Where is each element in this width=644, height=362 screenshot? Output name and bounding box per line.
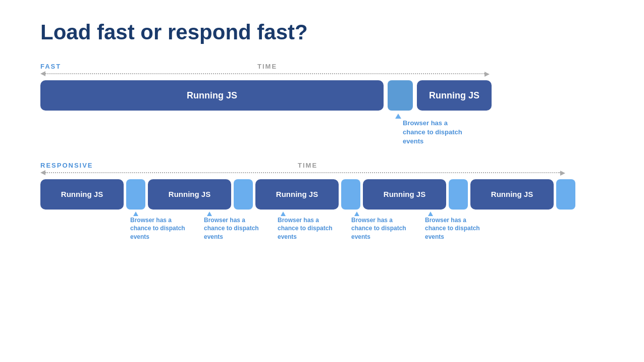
fast-annotation-container: Browser has a chance to dispatch events <box>40 114 604 146</box>
resp-ann-text-4: Browser has a chance to dispatch events <box>351 216 412 241</box>
resp-ann-arrow-icon-3 <box>281 212 286 216</box>
resp-ann-arrow-icon-1 <box>133 212 138 216</box>
responsive-time-label: TIME <box>298 162 317 169</box>
resp-gap-3 <box>341 179 360 210</box>
resp-ann-label-4: Browser has a chance to dispatch events <box>351 216 412 241</box>
fast-running-js-small: Running JS <box>417 80 492 111</box>
fast-time-label: TIME <box>257 63 277 70</box>
responsive-section: RESPONSIVE TIME Running JS Running JS Ru… <box>40 162 604 241</box>
responsive-arrow-left-icon <box>40 170 45 175</box>
resp-running-js-2: Running JS <box>148 179 231 210</box>
fast-timeline-arrow <box>40 71 604 76</box>
fast-arrow-left-icon <box>40 71 45 76</box>
resp-ann-label-3: Browser has a chance to dispatch events <box>278 216 338 241</box>
fast-section: FAST TIME Running JS Running JS Browser … <box>40 63 604 146</box>
resp-ann-text-2: Browser has a chance to dispatch events <box>204 216 264 241</box>
resp-running-js-3: Running JS <box>255 179 339 210</box>
page-title: Load fast or respond fast? <box>40 20 604 44</box>
fast-blocks-row: Running JS Running JS <box>40 80 604 111</box>
resp-gap-5 <box>556 179 575 210</box>
responsive-blocks-row: Running JS Running JS Running JS Running… <box>40 179 604 210</box>
responsive-label: RESPONSIVE <box>40 162 111 169</box>
resp-ann-label-5: Browser has a chance to dispatch events <box>425 216 486 241</box>
resp-running-js-1: Running JS <box>40 179 124 210</box>
resp-ann-label-1: Browser has a chance to dispatch events <box>130 216 191 241</box>
fast-gap-block <box>388 80 413 111</box>
resp-ann-arrow-4 <box>345 212 369 216</box>
fast-section-header: FAST TIME <box>40 63 604 70</box>
resp-running-js-4: Running JS <box>363 179 446 210</box>
fast-annotation-text: Browser has a chance to dispatch events <box>403 119 468 146</box>
resp-ann-arrow-icon-2 <box>207 212 212 216</box>
responsive-timeline-arrow <box>40 170 604 175</box>
resp-ann-arrow-3 <box>271 212 295 216</box>
fast-running-js-large: Running JS <box>40 80 384 111</box>
resp-ann-text-1: Browser has a chance to dispatch events <box>130 216 191 241</box>
fast-label: FAST <box>40 63 101 70</box>
resp-ann-arrow-5 <box>418 212 443 216</box>
resp-gap-1 <box>126 179 145 210</box>
resp-ann-text-3: Browser has a chance to dispatch events <box>278 216 338 241</box>
resp-ann-text-5: Browser has a chance to dispatch events <box>425 216 486 241</box>
responsive-dotted-line <box>45 172 560 173</box>
resp-ann-arrow-icon-5 <box>428 212 433 216</box>
fast-dotted-line <box>45 73 485 74</box>
resp-running-js-5: Running JS <box>470 179 554 210</box>
fast-annotation-text-container: Browser has a chance to dispatch events <box>403 119 468 146</box>
resp-ann-arrow-2 <box>197 212 222 216</box>
resp-gap-4 <box>449 179 468 210</box>
resp-ann-arrow-icon-4 <box>354 212 359 216</box>
resp-gap-2 <box>234 179 253 210</box>
responsive-annotations-row: Browser has a chance to dispatch events … <box>40 212 604 241</box>
resp-ann-label-2: Browser has a chance to dispatch events <box>204 216 264 241</box>
responsive-section-header: RESPONSIVE TIME <box>40 162 604 169</box>
resp-ann-arrow-1 <box>124 212 148 216</box>
fast-annotation-arrow-icon <box>395 114 401 119</box>
fast-annotation-spacer <box>40 114 384 146</box>
